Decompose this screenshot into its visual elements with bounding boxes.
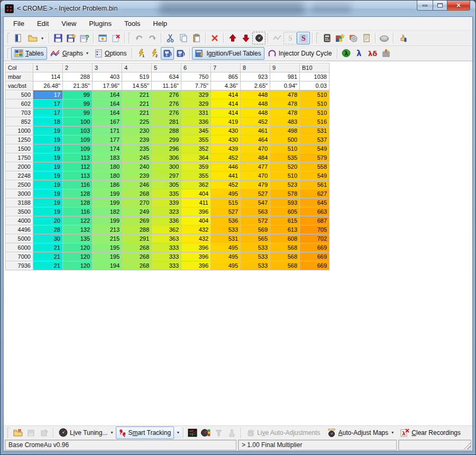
table-cell[interactable]: 527	[241, 189, 270, 198]
table-cell[interactable]: 180	[93, 162, 122, 171]
menu-edit[interactable]: Edit	[31, 17, 55, 30]
close-button[interactable]: ×	[447, 1, 470, 11]
table-cell[interactable]: 432	[181, 234, 211, 243]
export-bin-button[interactable]	[96, 32, 109, 44]
table-cell[interactable]: 135	[63, 234, 93, 243]
table-cell[interactable]: 103	[63, 126, 93, 135]
table-cell[interactable]: 352	[181, 144, 211, 153]
table-cell[interactable]: 305	[152, 180, 181, 189]
table-cell[interactable]: 549	[300, 171, 329, 180]
table-cell[interactable]: 533	[241, 261, 270, 270]
thumbs-up-button[interactable]	[396, 32, 409, 44]
table-cell[interactable]: 177	[93, 135, 122, 144]
rom-map-button[interactable]	[346, 32, 360, 44]
table-cell[interactable]: 109	[63, 135, 93, 144]
table-cell[interactable]: 19	[33, 189, 63, 198]
close-file-button[interactable]	[109, 32, 122, 44]
table-cell[interactable]: 479	[241, 180, 270, 189]
table-cell[interactable]: 448	[241, 90, 270, 99]
table-cell[interactable]: 215	[93, 234, 122, 243]
table-cell[interactable]: 270	[122, 198, 152, 207]
table-cell[interactable]: 593	[270, 198, 300, 207]
table-cell[interactable]: 510	[300, 108, 329, 117]
spark2-button[interactable]: 2	[148, 47, 161, 60]
flask-button[interactable]	[225, 426, 239, 439]
table-cell[interactable]: 687	[300, 216, 329, 225]
calculator-button[interactable]	[320, 32, 333, 44]
save-button[interactable]	[51, 32, 65, 44]
table-cell[interactable]: 663	[300, 207, 329, 216]
table-cell[interactable]: 535	[270, 153, 300, 162]
table-cell[interactable]: 186	[93, 180, 122, 189]
table-cell[interactable]: 194	[93, 261, 122, 270]
table-cell[interactable]: 432	[181, 225, 211, 234]
row-down-button[interactable]	[239, 32, 252, 44]
table-cell[interactable]: 430	[211, 126, 241, 135]
table-cell[interactable]: 333	[152, 261, 181, 270]
table-cell[interactable]: 306	[152, 153, 181, 162]
table-cell[interactable]: 199	[93, 198, 122, 207]
table-cell[interactable]: 477	[241, 162, 270, 171]
table-cell[interactable]: 19	[33, 162, 63, 171]
tables-toggle[interactable]: Tables	[11, 47, 47, 60]
table-cell[interactable]: 19	[33, 171, 63, 180]
table-cell[interactable]: 495	[211, 243, 241, 252]
table-cell[interactable]: 531	[300, 126, 329, 135]
table-cell[interactable]: 195	[93, 243, 122, 252]
gauge-battery-button[interactable]	[199, 426, 212, 439]
table-cell[interactable]: 558	[300, 162, 329, 171]
table-cell[interactable]: 199	[93, 189, 122, 198]
table-cell[interactable]: 268	[122, 243, 152, 252]
fuel-table2-toggle[interactable]: 2	[174, 47, 187, 60]
table-cell[interactable]: 533	[211, 225, 241, 234]
table-cell[interactable]: 21	[33, 243, 63, 252]
table-cell[interactable]: 510	[300, 99, 329, 108]
delete-button[interactable]	[208, 32, 221, 44]
save-verify-button[interactable]: ?	[78, 32, 91, 44]
table-cell[interactable]: 605	[270, 207, 300, 216]
burn-map-button[interactable]	[379, 47, 392, 60]
lambda-delta-red-button[interactable]: λδ	[366, 47, 379, 60]
table-cell[interactable]: 608	[270, 234, 300, 243]
table-cell[interactable]: 495	[211, 261, 241, 270]
table-cell[interactable]: 495	[211, 252, 241, 261]
table-cell[interactable]: 281	[152, 117, 181, 126]
table-cell[interactable]: 128	[63, 198, 93, 207]
table-cell[interactable]: 464	[241, 135, 270, 144]
table-cell[interactable]: 572	[241, 216, 270, 225]
table-cell[interactable]: 568	[270, 252, 300, 261]
auto-adjust-maps-button[interactable]: AUTO Auto-Adjust Maps ▾	[324, 426, 397, 439]
menu-file[interactable]: File	[7, 17, 31, 30]
table-cell[interactable]: 240	[122, 162, 152, 171]
table-cell[interactable]: 239	[122, 171, 152, 180]
ignition-fuel-tables-toggle[interactable]: Ignition/Fuel Tables	[192, 47, 264, 60]
table-cell[interactable]: 441	[211, 171, 241, 180]
table-cell[interactable]: 446	[211, 162, 241, 171]
s-curve-button[interactable]: S	[283, 32, 297, 44]
menu-tools[interactable]: Tools	[118, 17, 147, 30]
table-cell[interactable]: 109	[63, 144, 93, 153]
live-tuning-button[interactable]: Live Tuning... ▾	[56, 426, 116, 439]
table-cell[interactable]: 268	[122, 252, 152, 261]
table-cell[interactable]: 299	[152, 135, 181, 144]
open-session-button[interactable]	[11, 426, 24, 439]
table-cell[interactable]: 470	[241, 144, 270, 153]
table-cell[interactable]: 364	[181, 153, 211, 162]
table-cell[interactable]: 520	[270, 162, 300, 171]
table-cell[interactable]: 300	[152, 162, 181, 171]
table-cell[interactable]: 120	[63, 243, 93, 252]
table-cell[interactable]: 19	[33, 153, 63, 162]
table-cell[interactable]: 249	[122, 207, 152, 216]
table-cell[interactable]: 99	[63, 108, 93, 117]
table-cell[interactable]: 448	[241, 99, 270, 108]
table-cell[interactable]: 414	[211, 90, 241, 99]
clear-recordings-button[interactable]: λ Clear Recordings	[397, 426, 464, 439]
menu-help[interactable]: Help	[147, 17, 173, 30]
table-cell[interactable]: 547	[241, 198, 270, 207]
table-cell[interactable]: 495	[211, 189, 241, 198]
table-cell[interactable]: 669	[300, 261, 329, 270]
copy-button[interactable]	[177, 32, 190, 44]
table-cell[interactable]: 30	[33, 234, 63, 243]
table-cell[interactable]: 470	[241, 171, 270, 180]
table-cell[interactable]: 404	[181, 189, 211, 198]
